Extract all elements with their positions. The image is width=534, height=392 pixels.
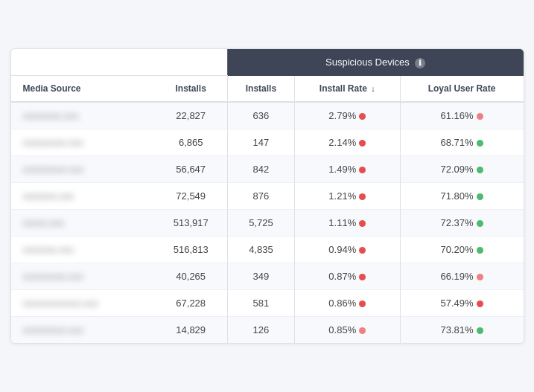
susp-installs-cell: 4,835 [227,237,294,263]
install-rate-dot [359,220,366,227]
table-row: xxxxxxxxxxxx.xxx67,2285810.86%57.49% [11,290,524,317]
install-rate-dot [359,113,366,120]
loyal-user-rate-dot [477,220,483,227]
install-rate-dot [359,140,366,147]
info-icon[interactable]: ℹ [415,58,425,68]
main-table-wrapper: Suspicious Devices ℹ Media Source Instal… [10,48,524,344]
installs-cell: 40,265 [154,263,227,290]
installs-col-header: Installs [154,76,227,103]
install-rate-cell: 1.21% [294,183,400,210]
loyal-user-rate-cell: 72.37% [400,210,523,237]
table-row: xxxxxxxxx.xxx56,6478421.49%72.09% [11,156,524,183]
loyal-user-rate-cell: 71.80% [400,183,523,210]
install-rate-dot [359,301,366,307]
installs-cell: 72,549 [154,183,227,210]
install-rate-cell: 0.85% [294,317,400,344]
install-rate-cell: 0.94% [294,237,400,263]
loyal-user-rate-dot [477,274,483,280]
table-row: xxxxxxxxx.xxx14,8291260.85%73.81% [11,317,524,344]
loyal-user-rate-cell: 73.81% [400,317,523,344]
install-rate-dot [359,274,366,280]
installs-cell: 516,813 [154,237,227,263]
media-source-col-header: Media Source [11,76,155,103]
loyal-user-rate-dot [477,193,483,200]
loyal-user-rate-dot [477,301,483,307]
loyal-user-rate-dot [477,113,483,120]
install-rate-cell: 1.11% [294,210,400,237]
media-source-cell[interactable]: xxxxxxxxx.xxx [11,317,155,344]
table-row: xxxxx.xxx513,9175,7251.11%72.37% [11,210,524,237]
installs-cell: 56,647 [154,156,227,183]
table-row: xxxxxxxx.xxx22,8276362.79%61.16% [11,102,524,129]
top-header-row: Suspicious Devices ℹ [11,49,524,76]
media-source-header-top [11,49,155,76]
loyal-user-rate-cell: 72.09% [400,156,523,183]
loyal-user-rate-cell: 66.19% [400,263,523,290]
media-source-cell[interactable]: xxxxxxxxx.xxx [11,263,155,290]
loyal-user-rate-cell: 61.16% [400,102,523,129]
table-row: xxxxxxx.xxx516,8134,8350.94%70.20% [11,237,524,263]
suspicious-devices-header: Suspicious Devices ℹ [227,49,523,76]
install-rate-cell: 1.49% [294,156,400,183]
table-row: xxxxxxx.xxx72,5498761.21%71.80% [11,183,524,210]
installs-cell: 14,829 [154,317,227,344]
susp-installs-cell: 126 [227,317,294,344]
table-row: xxxxxxxxx.xxx6,8651472.14%68.71% [11,129,524,156]
susp-installs-cell: 5,725 [227,210,294,237]
loyal-user-rate-cell: 57.49% [400,290,523,317]
loyal-user-rate-col-header: Loyal User Rate [400,76,523,103]
installs-cell: 67,228 [154,290,227,317]
loyal-user-rate-dot [477,327,483,334]
install-rate-dot [359,167,366,173]
install-rate-cell: 0.86% [294,290,400,317]
loyal-user-rate-cell: 70.20% [400,237,523,263]
installs-cell: 513,917 [154,210,227,237]
install-rate-dot [359,247,366,254]
installs-cell: 22,827 [154,102,227,129]
sub-header-row: Media Source Installs Installs Install R… [11,76,524,103]
susp-installs-cell: 581 [227,290,294,317]
install-rate-cell: 2.79% [294,102,400,129]
media-source-cell[interactable]: xxxxxxx.xxx [11,183,155,210]
data-table: Suspicious Devices ℹ Media Source Instal… [11,49,524,343]
installs-cell: 6,865 [154,129,227,156]
susp-installs-col-header: Installs [227,76,294,103]
media-source-cell[interactable]: xxxxx.xxx [11,210,155,237]
table-row: xxxxxxxxx.xxx40,2653490.87%66.19% [11,263,524,290]
susp-installs-cell: 636 [227,102,294,129]
loyal-user-rate-dot [477,247,483,254]
susp-installs-cell: 349 [227,263,294,290]
media-source-cell[interactable]: xxxxxxx.xxx [11,237,155,263]
installs-header-top [154,49,227,76]
sort-arrow-icon: ↓ [371,84,375,93]
loyal-user-rate-dot [477,167,483,173]
install-rate-cell: 2.14% [294,129,400,156]
install-rate-dot [359,193,366,200]
media-source-cell[interactable]: xxxxxxxxx.xxx [11,129,155,156]
media-source-cell[interactable]: xxxxxxxxx.xxx [11,156,155,183]
media-source-cell[interactable]: xxxxxxxxxxxx.xxx [11,290,155,317]
susp-installs-cell: 842 [227,156,294,183]
media-source-cell[interactable]: xxxxxxxx.xxx [11,102,155,129]
install-rate-col-header[interactable]: Install Rate ↓ [294,76,400,103]
install-rate-cell: 0.87% [294,263,400,290]
susp-installs-cell: 147 [227,129,294,156]
loyal-user-rate-cell: 68.71% [400,129,523,156]
table-body: xxxxxxxx.xxx22,8276362.79%61.16%xxxxxxxx… [11,102,524,343]
install-rate-dot [359,327,366,334]
susp-installs-cell: 876 [227,183,294,210]
loyal-user-rate-dot [477,140,483,147]
